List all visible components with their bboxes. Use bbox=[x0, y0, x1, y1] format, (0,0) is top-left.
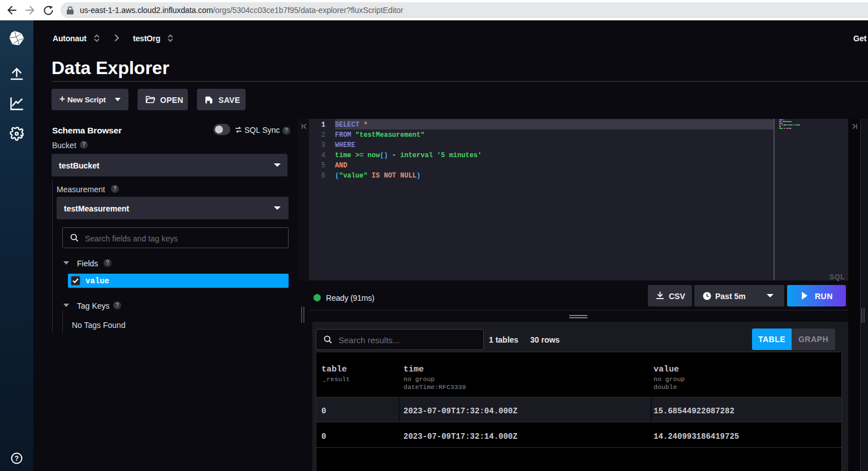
svg-text:?: ? bbox=[15, 455, 19, 463]
